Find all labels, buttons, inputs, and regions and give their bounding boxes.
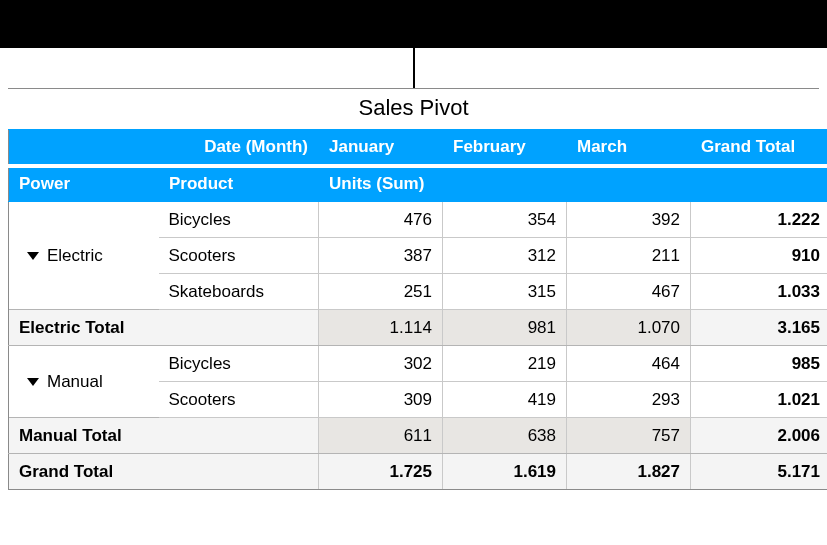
product-label[interactable]: Bicycles	[159, 202, 319, 238]
data-cell[interactable]: 467	[567, 274, 691, 310]
row-total[interactable]: 1.222	[691, 202, 828, 238]
header-product[interactable]: Product	[159, 166, 319, 202]
subtotal-cell[interactable]: 757	[567, 418, 691, 454]
grand-total-cell[interactable]: 1.725	[319, 454, 443, 490]
header-month-0[interactable]: January	[319, 130, 443, 166]
data-cell[interactable]: 211	[567, 238, 691, 274]
subtotal-cell[interactable]: 611	[319, 418, 443, 454]
subtotal-label[interactable]: Electric Total	[9, 310, 319, 346]
data-cell[interactable]: 464	[567, 346, 691, 382]
data-cell[interactable]: 315	[443, 274, 567, 310]
product-label[interactable]: Scooters	[159, 238, 319, 274]
subtotal-total[interactable]: 3.165	[691, 310, 828, 346]
subtotal-cell[interactable]: 1.114	[319, 310, 443, 346]
table-title: Sales Pivot	[8, 88, 819, 129]
data-cell[interactable]: 387	[319, 238, 443, 274]
grand-total-label[interactable]: Grand Total	[9, 454, 319, 490]
subtotal-row-manual: Manual Total 611 638 757 2.006	[9, 418, 828, 454]
header-blank-2	[691, 166, 828, 202]
callout-line	[413, 48, 415, 88]
pivot-table-container: Sales Pivot Date (Month) January Februar…	[0, 88, 827, 490]
data-cell[interactable]: 251	[319, 274, 443, 310]
row-total[interactable]: 910	[691, 238, 828, 274]
header-month-1[interactable]: February	[443, 130, 567, 166]
subtotal-label[interactable]: Manual Total	[9, 418, 319, 454]
subtotal-cell[interactable]: 981	[443, 310, 567, 346]
header-row-months: Date (Month) January February March Gran…	[9, 130, 828, 166]
subtotal-cell[interactable]: 638	[443, 418, 567, 454]
subtotal-cell[interactable]: 1.070	[567, 310, 691, 346]
subtotal-total[interactable]: 2.006	[691, 418, 828, 454]
grand-total-row: Grand Total 1.725 1.619 1.827 5.171	[9, 454, 828, 490]
data-cell[interactable]: 419	[443, 382, 567, 418]
grand-total-cell[interactable]: 1.619	[443, 454, 567, 490]
header-month-2[interactable]: March	[567, 130, 691, 166]
group-name: Electric	[47, 246, 103, 265]
pivot-table: Date (Month) January February March Gran…	[8, 129, 827, 490]
header-grand-total[interactable]: Grand Total	[691, 130, 828, 166]
row-total[interactable]: 1.033	[691, 274, 828, 310]
data-cell[interactable]: 476	[319, 202, 443, 238]
grand-total-cell[interactable]: 1.827	[567, 454, 691, 490]
data-cell[interactable]: 302	[319, 346, 443, 382]
data-cell[interactable]: 309	[319, 382, 443, 418]
header-power[interactable]: Power	[9, 166, 159, 202]
row-total[interactable]: 985	[691, 346, 828, 382]
header-blank	[9, 130, 159, 166]
chevron-down-icon[interactable]	[27, 378, 39, 386]
header-units[interactable]: Units (Sum)	[319, 166, 691, 202]
table-row: Manual Bicycles 302 219 464 985	[9, 346, 828, 382]
product-label[interactable]: Skateboards	[159, 274, 319, 310]
data-cell[interactable]: 354	[443, 202, 567, 238]
grand-total-total[interactable]: 5.171	[691, 454, 828, 490]
table-row: Electric Bicycles 476 354 392 1.222	[9, 202, 828, 238]
group-label-manual[interactable]: Manual	[9, 346, 159, 418]
row-total[interactable]: 1.021	[691, 382, 828, 418]
header-date-label[interactable]: Date (Month)	[159, 130, 319, 166]
subtotal-row-electric: Electric Total 1.114 981 1.070 3.165	[9, 310, 828, 346]
product-label[interactable]: Scooters	[159, 382, 319, 418]
data-cell[interactable]: 293	[567, 382, 691, 418]
data-cell[interactable]: 219	[443, 346, 567, 382]
product-label[interactable]: Bicycles	[159, 346, 319, 382]
data-cell[interactable]: 392	[567, 202, 691, 238]
group-name: Manual	[47, 372, 103, 391]
header-row-fields: Power Product Units (Sum)	[9, 166, 828, 202]
data-cell[interactable]: 312	[443, 238, 567, 274]
group-label-electric[interactable]: Electric	[9, 202, 159, 310]
top-black-bar	[0, 0, 827, 48]
chevron-down-icon[interactable]	[27, 252, 39, 260]
